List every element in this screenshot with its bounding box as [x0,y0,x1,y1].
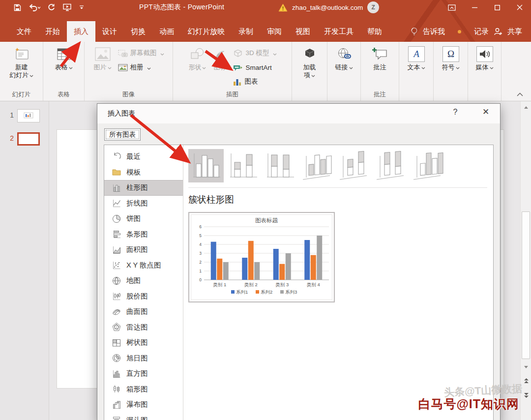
ribbon-button-smartart[interactable]: SmartArt [231,60,278,74]
ribbon-button-shapes[interactable]: 形状 [186,44,208,73]
tab-视图[interactable]: 视图 [289,21,317,42]
chart-type-pie[interactable]: 饼图 [104,211,183,227]
chart-type-treemap[interactable]: 树状图 [104,335,183,351]
window-title: PPT动态图表 - PowerPoint [139,3,224,12]
chart-type-funnel[interactable]: 漏斗图 [104,413,183,420]
close-button[interactable] [508,0,531,15]
chart-type-template[interactable]: 模板 [104,165,183,180]
customize-qat-button[interactable] [79,5,84,10]
tell-me-button[interactable]: 告诉我 [423,27,445,36]
ribbon: 新建幻灯片幻灯片表格表格图片屏幕截图相册图像形状图标3D 模型SmartArt图… [0,42,531,101]
ribbon-button-link[interactable]: 链接 [333,44,355,73]
chart-type-waterfall[interactable]: 瀑布图 [104,397,183,413]
lightbulb-icon [411,27,418,36]
subtype-100-stacked-column[interactable] [262,149,297,182]
dialog-close-button[interactable]: ✕ [478,107,493,117]
record-button[interactable]: 记录 [474,27,489,36]
ribbon-button-icons-bird[interactable]: 图标 [210,44,229,73]
start-slideshow-button[interactable] [63,3,72,11]
insert-chart-dialog: 插入图表 ? ✕ 所有图表 最近模板柱形图折线图饼图条形图面积图X Y 散点图地… [97,103,501,420]
slide-thumbnail-1[interactable]: 1 [0,101,49,124]
svg-text:3: 3 [199,251,202,256]
ribbon-display-options-button[interactable] [441,0,463,15]
ribbon-button-chart[interactable]: 图表 [231,75,278,89]
tab-插入[interactable]: 插入 [67,21,95,42]
chart-type-column[interactable]: 柱形图 [104,180,183,196]
subtype-3d-stacked-column[interactable] [336,149,371,182]
chart-preview[interactable]: 图表标题0123456类别 1类别 2类别 3类别 4系列1系列2系列3 [188,212,335,302]
subtype-3d-column[interactable] [410,149,445,182]
subtype-3d-clustered-column[interactable] [299,149,334,182]
ribbon-group: 链接 [327,42,361,101]
ribbon-group-插图: 形状图标3D 模型SmartArt图表插图 [173,42,292,101]
ribbon-button-photo-album[interactable]: 相册 [116,60,166,74]
chart-type-histogram[interactable]: 直方图 [104,366,183,382]
svg-text:4: 4 [199,242,202,247]
ribbon-button-screenshot[interactable]: 屏幕截图 [116,46,166,60]
subtype-stacked-column[interactable] [225,149,261,182]
chart-type-map[interactable]: 地图 [104,273,183,289]
ribbon-group: A文本 [399,42,434,101]
table-icon [57,46,71,62]
chart-type-surface[interactable]: 曲面图 [104,304,183,320]
repeat-button[interactable] [48,3,56,11]
ribbon-group-表格: 表格表格 [43,42,85,101]
undo-button[interactable] [29,4,40,11]
maximize-button[interactable] [486,0,508,15]
chart-type-scatter[interactable]: X Y 散点图 [104,258,183,273]
subtype-3d-100-stacked-column[interactable] [373,149,408,182]
tab-all-charts[interactable]: 所有图表 [104,128,141,141]
ribbon-button-new-slide[interactable]: 新建幻灯片 [7,44,36,81]
subtype-clustered-column[interactable] [188,149,224,182]
chart-type-label: 条形图 [126,230,148,239]
avatar[interactable]: Z [367,1,379,13]
scatter-chart-icon [112,260,121,270]
ribbon-button-symbol[interactable]: Ω符号 [440,44,462,73]
ribbon-button-3d-model[interactable]: 3D 模型 [231,46,278,60]
tab-帮助[interactable]: 帮助 [360,21,389,42]
chart-type-sunburst[interactable]: 旭日图 [104,351,183,366]
chart-type-radar[interactable]: 雷达图 [104,320,183,335]
group-label: 插图 [173,90,292,99]
chart-type-area[interactable]: 面积图 [104,242,183,258]
save-button[interactable] [14,4,21,11]
tab-动画[interactable]: 动画 [152,21,181,42]
chart-type-stock[interactable]: 股价图 [104,289,183,304]
minimize-button[interactable] [463,0,486,15]
tab-设计[interactable]: 设计 [95,21,124,42]
tab-审阅[interactable]: 审阅 [260,21,289,42]
tab-切换[interactable]: 切换 [124,21,152,42]
screenshot-icon [118,50,128,57]
template-chart-icon [112,167,121,177]
collapse-ribbon-button[interactable] [517,92,523,416]
symbol-icon: Ω [442,46,459,62]
chart-subtype-pane: 簇状柱形图 图表标题0123456类别 1类别 2类别 3类别 4系列1系列2系… [183,145,493,420]
tab-录制[interactable]: 录制 [232,21,260,42]
chart-type-boxwhisker[interactable]: 箱形图 [104,382,183,397]
boxwhisker-chart-icon [112,384,121,394]
ribbon-button-addins[interactable]: 加载项 [300,44,320,81]
button-label: SmartArt [245,64,271,71]
tab-文件[interactable]: 文件 [10,21,38,42]
svg-text:2: 2 [199,260,202,265]
tab-开始[interactable]: 开始 [38,21,67,42]
tab-开发工具[interactable]: 开发工具 [317,21,360,42]
pie-chart-icon [112,214,121,224]
button-label: 图表 [244,77,258,86]
chart-type-recent[interactable]: 最近 [104,149,183,165]
account-email[interactable]: zhao_talk@outlook.com [292,4,363,11]
slide-thumb-image [17,109,40,122]
tab-幻灯片放映[interactable]: 幻灯片放映 [181,21,232,42]
ribbon-button-table[interactable]: 表格 [53,44,75,73]
ribbon-button-media[interactable]: 媒体 [473,44,496,73]
ribbon-button-comment[interactable]: 批注 [370,44,390,73]
account-area: zhao_talk@outlook.com Z [278,0,379,15]
ribbon-button-text-box[interactable]: A文本 [405,44,428,73]
ribbon-button-picture[interactable]: 图片 [91,44,114,73]
chart-type-line[interactable]: 折线图 [104,196,183,211]
chart-type-bar[interactable]: 条形图 [104,227,183,242]
button-label: 批注 [374,63,386,71]
dialog-help-button[interactable]: ? [449,108,462,117]
slide-thumbnail-2[interactable]: 2 [0,124,49,148]
share-button[interactable]: 共享 [507,27,522,36]
